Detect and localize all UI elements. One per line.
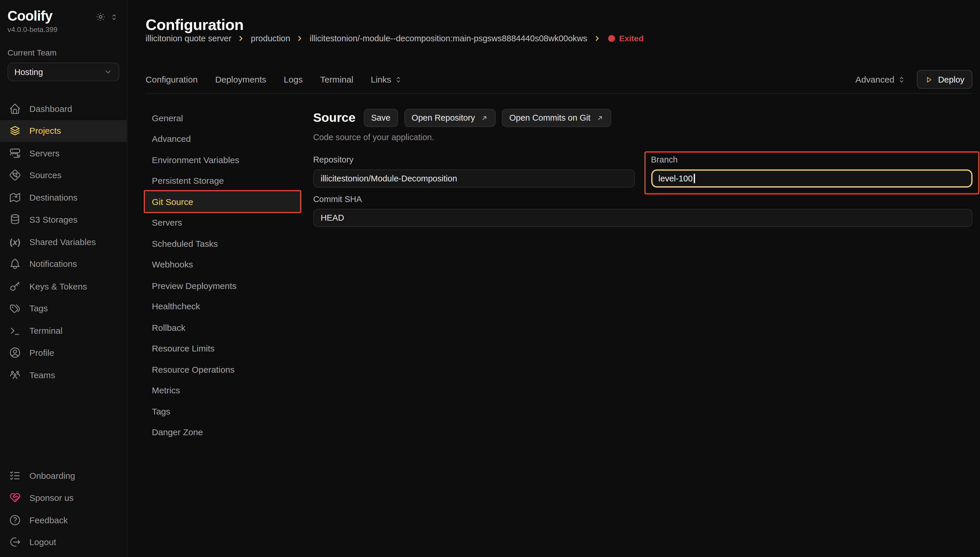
sidebar-item-label: Feedback: [29, 515, 68, 525]
logout-icon: [9, 536, 21, 549]
tags-icon: [9, 302, 21, 315]
subnav-item-tags[interactable]: Tags: [146, 401, 302, 422]
chevron-right-icon: [296, 34, 304, 42]
subnav-item-environment-variables[interactable]: Environment Variables: [146, 150, 302, 170]
map-x-icon: [9, 191, 21, 204]
open-commits-button[interactable]: Open Commits on Git: [502, 109, 611, 127]
subnav-item-danger-zone[interactable]: Danger Zone: [146, 422, 302, 443]
subnav-item-git-source[interactable]: Git Source: [146, 191, 302, 212]
subnav-item-advanced[interactable]: Advanced: [146, 129, 302, 150]
sidebar-item-projects[interactable]: Projects: [0, 120, 127, 142]
subnav-item-general[interactable]: General: [146, 107, 302, 129]
git-diamond-icon: [9, 169, 21, 182]
sidebar-item-profile[interactable]: Profile: [0, 342, 127, 364]
subnav-item-preview-deployments[interactable]: Preview Deployments: [146, 275, 302, 296]
sidebar-item-servers[interactable]: Servers: [0, 142, 127, 164]
sidebar-item-feedback[interactable]: Feedback: [0, 509, 127, 531]
sidebar-item-onboarding[interactable]: Onboarding: [0, 464, 127, 487]
subnav-item-persistent-storage[interactable]: Persistent Storage: [146, 170, 302, 191]
subnav-item-metrics[interactable]: Metrics: [146, 379, 302, 401]
theme-selector-icon[interactable]: [110, 13, 118, 21]
selector-icon: [394, 75, 403, 83]
subnav-item-servers[interactable]: Servers: [146, 212, 302, 233]
breadcrumb-environment[interactable]: production: [251, 34, 290, 43]
sidebar-item-logout[interactable]: Logout: [0, 531, 127, 553]
sidebar-item-label: Destinations: [29, 192, 78, 202]
sidebar-item-sponsor-us[interactable]: Sponsor us: [0, 487, 127, 509]
sidebar-item-label: Projects: [29, 126, 61, 136]
menubar: Configuration Deployments Logs Terminal …: [146, 66, 972, 94]
breadcrumb-application[interactable]: illicitestonion/-module--decomposition:m…: [309, 34, 587, 43]
status-dot-icon: [608, 35, 615, 42]
tab-links[interactable]: Links: [371, 75, 403, 84]
branch-field: Branch level-100: [651, 155, 972, 187]
coolify-app: Coolify v4.0.0-beta.399 Current Team Hos…: [0, 0, 980, 557]
sidebar: Coolify v4.0.0-beta.399 Current Team Hos…: [0, 0, 128, 557]
status-label: Exited: [619, 34, 644, 43]
repository-field: Repository illicitestonion/Module-Decomp…: [313, 155, 634, 187]
tab-configuration[interactable]: Configuration: [146, 75, 198, 84]
sidebar-item-label: Keys & Tokens: [29, 282, 87, 291]
open-repository-button[interactable]: Open Repository: [404, 109, 496, 127]
sidebar-item-notifications[interactable]: Notifications: [0, 253, 127, 275]
commit-sha-label: Commit SHA: [313, 194, 972, 204]
external-link-icon: [596, 114, 604, 122]
tab-terminal[interactable]: Terminal: [320, 75, 353, 84]
tab-deployments[interactable]: Deployments: [215, 75, 266, 84]
sidebar-footer-menu: Onboarding Sponsor us Feedback Logout: [0, 464, 127, 553]
bell-icon: [9, 258, 21, 270]
chevron-down-icon: [104, 68, 112, 77]
source-section: Source Save Open Repository Open Commits…: [313, 109, 972, 227]
sidebar-item-shared-variables[interactable]: (x) Shared Variables: [0, 231, 127, 253]
deploy-button[interactable]: Deploy: [917, 70, 972, 89]
chevron-right-icon: [593, 34, 601, 42]
sidebar-item-keys-tokens[interactable]: Keys & Tokens: [0, 275, 127, 297]
parentheses-x-icon: (x): [9, 237, 21, 247]
play-icon: [925, 75, 933, 83]
subnav-item-webhooks[interactable]: Webhooks: [146, 254, 302, 275]
database-icon: [9, 213, 21, 226]
chevron-right-icon: [237, 34, 245, 42]
sidebar-item-sources[interactable]: Sources: [0, 164, 127, 186]
annotation-box-branch: Branch level-100: [644, 151, 979, 194]
terminal-icon: [9, 324, 21, 337]
breadcrumb-project[interactable]: illicitonion quote server: [146, 34, 231, 43]
sidebar-item-s3-storages[interactable]: S3 Storages: [0, 209, 127, 231]
users-group-icon: [9, 369, 21, 381]
help-circle-icon: [9, 514, 21, 526]
save-button[interactable]: Save: [364, 109, 398, 127]
advanced-dropdown[interactable]: Advanced: [855, 75, 905, 84]
sidebar-menu: Dashboard Projects Servers Sources: [0, 98, 127, 386]
sidebar-item-label: Shared Variables: [29, 237, 96, 247]
sidebar-item-label: Sponsor us: [29, 493, 73, 503]
subnav-item-resource-operations[interactable]: Resource Operations: [146, 359, 302, 379]
team-select-value: Hosting: [14, 67, 43, 77]
external-link-icon: [481, 114, 488, 122]
page-title: Configuration: [146, 16, 244, 34]
commit-sha-input[interactable]: HEAD: [313, 209, 972, 227]
user-circle-icon: [9, 347, 21, 359]
sidebar-item-dashboard[interactable]: Dashboard: [0, 98, 127, 120]
sidebar-item-label: Servers: [29, 148, 60, 158]
commit-sha-field: Commit SHA HEAD: [313, 194, 972, 227]
sidebar-item-label: Tags: [29, 303, 48, 313]
subnav-item-scheduled-tasks[interactable]: Scheduled Tasks: [146, 233, 302, 254]
sidebar-item-label: Profile: [29, 348, 54, 358]
branch-input[interactable]: level-100: [651, 169, 972, 187]
text-caret: [694, 174, 695, 183]
sun-icon[interactable]: [96, 12, 106, 22]
repository-input[interactable]: illicitestonion/Module-Decomposition: [313, 169, 634, 187]
app-version: v4.0.0-beta.399: [0, 26, 127, 33]
tab-logs[interactable]: Logs: [284, 75, 302, 84]
sidebar-item-tags[interactable]: Tags: [0, 297, 127, 319]
team-select[interactable]: Hosting: [8, 62, 119, 81]
subnav-item-healthcheck[interactable]: Healthcheck: [146, 296, 302, 317]
subnav-item-resource-limits[interactable]: Resource Limits: [146, 338, 302, 359]
sidebar-item-teams[interactable]: Teams: [0, 364, 127, 386]
sidebar-item-terminal[interactable]: Terminal: [0, 319, 127, 342]
sidebar-item-label: Sources: [29, 170, 61, 180]
sidebar-item-destinations[interactable]: Destinations: [0, 186, 127, 208]
subnav-item-rollback[interactable]: Rollback: [146, 317, 302, 338]
layers-icon: [9, 125, 21, 137]
settings-subnav: General Advanced Environment Variables P…: [146, 107, 302, 443]
